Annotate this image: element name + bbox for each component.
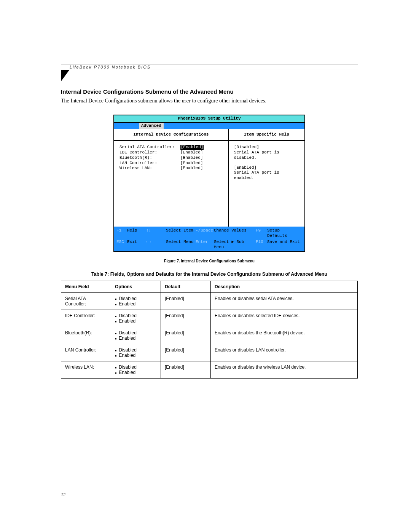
key-hint: ←→ [146, 240, 166, 250]
setting-value[interactable]: [Enabled] [180, 166, 203, 171]
th-options: Options [111, 281, 161, 293]
key-hint: ESC [116, 240, 127, 250]
key-hint: F9 [256, 228, 267, 239]
cell-options: DisabledEnabled [111, 310, 161, 327]
cell-field: IDE Controller: [61, 310, 111, 327]
setting-row: Bluetooth(R):[Enabled] [119, 155, 223, 161]
cell-description: Enables or disables selected IDE devices… [211, 310, 358, 327]
setting-row: Serial ATA Controller:[Enabled] [119, 145, 223, 150]
fields-table: Menu Field Options Default Description S… [61, 281, 358, 379]
help-block2-text: Serial ATA port is enabled. [234, 170, 299, 181]
cell-options: DisabledEnabled [111, 327, 161, 344]
key-label: Select Item [166, 228, 196, 239]
bios-tab-row: Advanced [114, 123, 304, 129]
cell-default: [Enabled] [161, 344, 211, 361]
bios-screenshot: PhoenixBIOS Setup Utility Advanced Inter… [113, 115, 305, 252]
setting-row: IDE Controller:[Enabled] [119, 150, 223, 155]
table-row: Bluetooth(R): DisabledEnabled [Enabled] … [61, 327, 358, 344]
table-title: Table 7: Fields, Options and Defaults fo… [61, 272, 358, 277]
key-label: Help [127, 228, 146, 239]
bios-tab-advanced[interactable]: Advanced [139, 123, 164, 129]
figure-caption: Figure 7. Internal Device Configurations… [61, 259, 358, 263]
setting-value-selected[interactable]: [Enabled] [180, 145, 204, 150]
cell-description: Enables or disables the wireless LAN dev… [211, 361, 358, 379]
cell-default: [Enabled] [161, 310, 211, 327]
setting-row: LAN Controller:[Enabled] [119, 161, 223, 166]
key-label: Select Menu [166, 240, 196, 250]
table-row: Wireless LAN: DisabledEnabled [Enabled] … [61, 361, 358, 379]
help-block1-text: Serial ATA port is disabled. [234, 150, 299, 161]
bios-footer: F1 Help ↑↓ Select Item -/Space Change Va… [114, 227, 304, 251]
key-hint: -/Space [196, 228, 214, 239]
cell-field: LAN Controller: [61, 344, 111, 361]
key-label: Save and Exit [267, 240, 302, 250]
table-row: Serial ATA Controller: DisabledEnabled [… [61, 293, 358, 310]
key-hint: Enter [196, 240, 214, 250]
bios-left-heading: Internal Device Configurations [114, 129, 228, 141]
help-block2-title: [Enabled] [234, 165, 299, 171]
cell-options: DisabledEnabled [111, 293, 161, 310]
cell-default: [Enabled] [161, 327, 211, 344]
key-hint: F10 [256, 240, 267, 250]
table-row: LAN Controller: DisabledEnabled [Enabled… [61, 344, 358, 361]
intro-text: The Internal Device Configurations subme… [61, 98, 358, 104]
table-row: IDE Controller: DisabledEnabled [Enabled… [61, 310, 358, 327]
page-number: 12 [61, 492, 65, 498]
key-hint: ↑↓ [146, 228, 166, 239]
cell-field: Serial ATA Controller: [61, 293, 111, 310]
key-label: Change Values [214, 228, 256, 239]
setting-value[interactable]: [Enabled] [180, 161, 203, 166]
bios-settings-panel: Serial ATA Controller:[Enabled] IDE Cont… [114, 141, 228, 227]
setting-row: Wireless LAN:[Enabled] [119, 166, 223, 171]
cell-field: Bluetooth(R): [61, 327, 111, 344]
cell-options: DisabledEnabled [111, 361, 161, 379]
setting-value[interactable]: [Enabled] [180, 150, 203, 155]
th-description: Description [211, 281, 358, 293]
key-label: Setup Defaults [267, 228, 302, 239]
bios-title: PhoenixBIOS Setup Utility [114, 115, 304, 123]
key-hint: F1 [116, 228, 127, 239]
bios-help-panel: [Disabled] Serial ATA port is disabled. … [229, 141, 304, 227]
running-head: LifeBook P7000 Notebook BIOS [70, 65, 151, 69]
cell-description: Enables or disables LAN controller. [211, 344, 358, 361]
section-title: Internal Device Configurations Submenu o… [61, 88, 358, 95]
help-block1-title: [Disabled] [234, 145, 299, 150]
cell-description: Enables or disables serial ATA devices. [211, 293, 358, 310]
key-label: Select ▶ Sub-Menu [214, 240, 256, 250]
bios-right-heading: Item Specific Help [229, 129, 304, 141]
setting-value[interactable]: [Enabled] [180, 155, 203, 161]
th-menu-field: Menu Field [61, 281, 111, 293]
cell-options: DisabledEnabled [111, 344, 161, 361]
th-default: Default [161, 281, 211, 293]
key-label: Exit [127, 240, 146, 250]
cell-default: [Enabled] [161, 361, 211, 379]
cell-field: Wireless LAN: [61, 361, 111, 379]
cell-default: [Enabled] [161, 293, 211, 310]
cell-description: Enables or disables the Bluetooth(R) dev… [211, 327, 358, 344]
